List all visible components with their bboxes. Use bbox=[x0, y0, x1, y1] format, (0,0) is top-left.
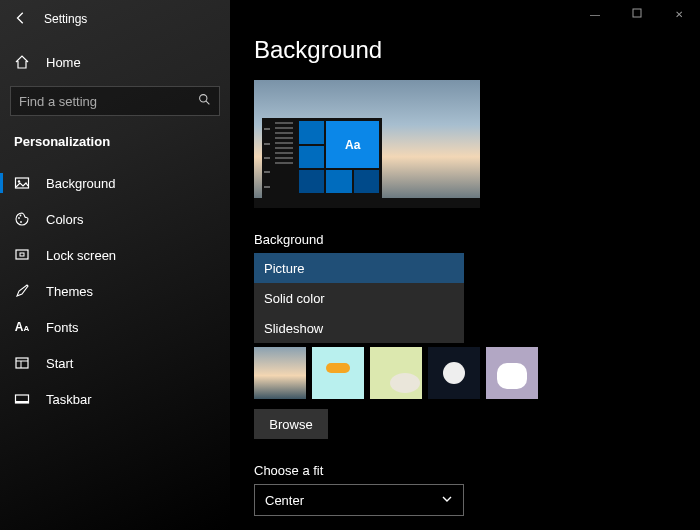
image-thumb[interactable] bbox=[312, 347, 364, 399]
svg-point-6 bbox=[20, 221, 22, 223]
brush-icon bbox=[14, 283, 30, 299]
close-icon: ✕ bbox=[675, 9, 683, 20]
sidebar-item-label: Colors bbox=[46, 212, 84, 227]
svg-point-4 bbox=[18, 217, 20, 219]
close-button[interactable]: ✕ bbox=[658, 0, 700, 28]
back-icon[interactable] bbox=[14, 11, 28, 28]
svg-rect-9 bbox=[16, 358, 28, 368]
sidebar-item-label: Taskbar bbox=[46, 392, 92, 407]
background-label: Background bbox=[254, 232, 676, 247]
search-input[interactable] bbox=[10, 86, 220, 116]
page-title: Background bbox=[254, 36, 676, 64]
svg-line-1 bbox=[206, 101, 209, 104]
svg-point-5 bbox=[20, 215, 22, 217]
sidebar-item-label: Lock screen bbox=[46, 248, 116, 263]
chevron-down-icon bbox=[441, 493, 453, 508]
search-container bbox=[0, 80, 230, 122]
dropdown-option-slideshow[interactable]: Slideshow bbox=[254, 313, 464, 343]
window-controls: — ✕ bbox=[574, 0, 700, 28]
window-title: Settings bbox=[44, 12, 87, 26]
home-label: Home bbox=[46, 55, 81, 70]
minimize-button[interactable]: — bbox=[574, 0, 616, 28]
option-label: Picture bbox=[264, 261, 304, 276]
sidebar-header: Settings bbox=[0, 0, 230, 38]
category-heading: Personalization bbox=[0, 122, 230, 159]
home-button[interactable]: Home bbox=[0, 44, 230, 80]
preview-taskbar bbox=[254, 198, 480, 208]
home-icon bbox=[14, 54, 30, 70]
sidebar-item-taskbar[interactable]: Taskbar bbox=[0, 381, 230, 417]
image-thumb[interactable] bbox=[370, 347, 422, 399]
recent-images bbox=[254, 347, 676, 399]
maximize-icon bbox=[632, 8, 642, 20]
sidebar-item-label: Start bbox=[46, 356, 73, 371]
desktop-preview: Aa bbox=[254, 80, 480, 208]
preview-start-menu: Aa bbox=[262, 118, 382, 198]
svg-rect-8 bbox=[20, 253, 24, 256]
image-thumb[interactable] bbox=[254, 347, 306, 399]
image-thumb[interactable] bbox=[486, 347, 538, 399]
option-label: Solid color bbox=[264, 291, 325, 306]
browse-label: Browse bbox=[269, 417, 312, 432]
start-icon bbox=[14, 355, 30, 371]
fit-label: Choose a fit bbox=[254, 463, 676, 478]
browse-button[interactable]: Browse bbox=[254, 409, 328, 439]
preview-tile-text: Aa bbox=[326, 121, 379, 168]
sidebar-item-start[interactable]: Start bbox=[0, 345, 230, 381]
lock-icon bbox=[14, 247, 30, 263]
svg-point-0 bbox=[200, 95, 207, 102]
dropdown-option-picture[interactable]: Picture bbox=[254, 253, 464, 283]
search-icon bbox=[198, 93, 211, 109]
svg-rect-13 bbox=[16, 401, 29, 403]
main-content: — ✕ Background Aa Background Picture Sol… bbox=[230, 0, 700, 530]
nav-list: Background Colors Lock screen Themes AA … bbox=[0, 165, 230, 417]
svg-rect-7 bbox=[16, 250, 28, 259]
svg-rect-14 bbox=[633, 9, 641, 17]
sidebar-item-colors[interactable]: Colors bbox=[0, 201, 230, 237]
sidebar-item-lockscreen[interactable]: Lock screen bbox=[0, 237, 230, 273]
background-dropdown[interactable]: Picture Solid color Slideshow bbox=[254, 253, 464, 343]
palette-icon bbox=[14, 211, 30, 227]
fit-selected-value: Center bbox=[265, 493, 304, 508]
minimize-icon: — bbox=[590, 9, 600, 20]
taskbar-icon bbox=[14, 391, 30, 407]
sidebar-item-label: Fonts bbox=[46, 320, 79, 335]
font-icon: AA bbox=[14, 320, 30, 334]
picture-icon bbox=[14, 175, 30, 191]
sidebar-item-themes[interactable]: Themes bbox=[0, 273, 230, 309]
image-thumb[interactable] bbox=[428, 347, 480, 399]
maximize-button[interactable] bbox=[616, 0, 658, 28]
sidebar-item-label: Themes bbox=[46, 284, 93, 299]
dropdown-option-solidcolor[interactable]: Solid color bbox=[254, 283, 464, 313]
option-label: Slideshow bbox=[264, 321, 323, 336]
fit-dropdown[interactable]: Center bbox=[254, 484, 464, 516]
sidebar-item-fonts[interactable]: AA Fonts bbox=[0, 309, 230, 345]
search-field[interactable] bbox=[19, 94, 198, 109]
sidebar-item-background[interactable]: Background bbox=[0, 165, 230, 201]
sidebar: Settings Home Personalization Background… bbox=[0, 0, 230, 530]
sidebar-item-label: Background bbox=[46, 176, 115, 191]
